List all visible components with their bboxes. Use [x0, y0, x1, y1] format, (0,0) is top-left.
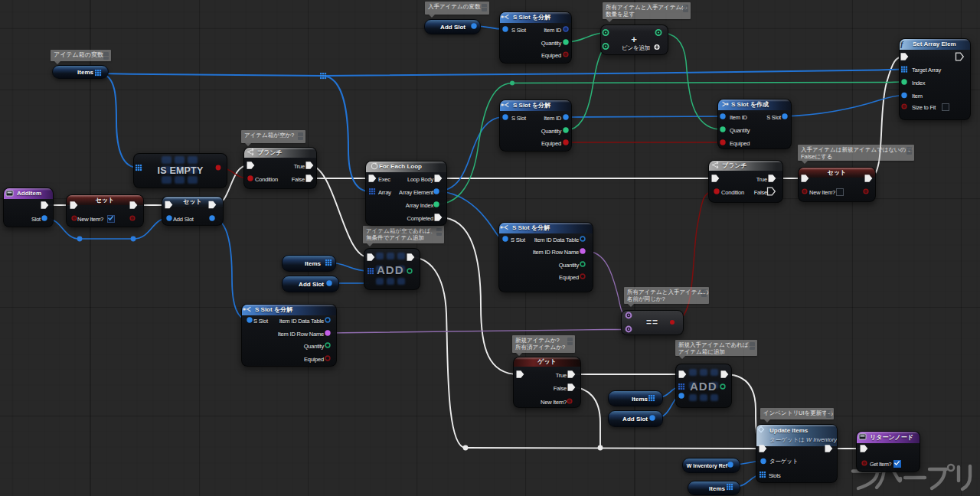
- svg-text:f: f: [900, 40, 904, 48]
